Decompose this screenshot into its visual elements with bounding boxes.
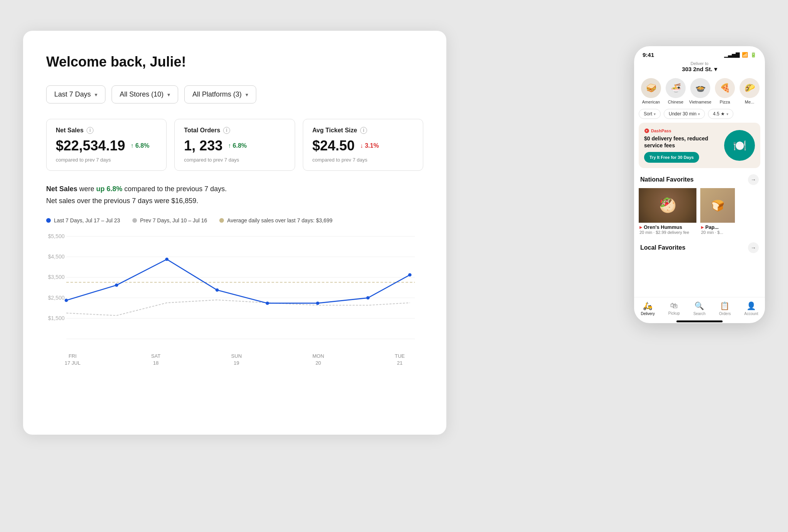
dashpass-cta-button[interactable]: Try It Free for 30 Days [644,152,699,163]
vietnamese-icon: 🍲 [690,78,710,98]
chart-legend: Last 7 Days, Jul 17 – Jul 23 Prev 7 Days… [46,217,423,223]
svg-point-15 [215,289,219,292]
net-sales-compare: compared to prev 7 days [56,157,157,163]
dashpass-logo: DashPass [644,128,724,133]
battery-icon: 🔋 [750,52,756,58]
total-orders-label: Total Orders i [184,127,285,134]
svg-text:$2,500: $2,500 [48,295,65,301]
net-sales-card: Net Sales i $22,534.19 ↑ 6.8% compared t… [46,119,167,171]
restaurant-row: 🥙 ▶ Oren's Hummus 20 min · $2.99 deliver… [634,188,765,240]
dashpass-logo-icon [644,128,649,133]
filters-row: Last 7 Days ▾ All Stores (10) ▾ All Plat… [46,85,423,103]
svg-point-12 [65,299,68,302]
category-chinese[interactable]: 🍜 Chinese [663,78,688,104]
stores-filter[interactable]: All Stores (10) ▾ [112,85,178,103]
address-line[interactable]: 303 2nd St. ▾ [634,66,765,73]
legend-dot-tan [219,218,224,223]
sort-pill[interactable]: Sort ▾ [639,109,661,119]
dashboard-card: Welcome back, Julie! Last 7 Days ▾ All S… [23,31,446,435]
platforms-filter-chevron: ▾ [245,92,248,98]
nav-pickup[interactable]: 🛍 Pickup [668,301,680,316]
search-icon: 🔍 [695,301,704,310]
rating-pill[interactable]: 4.5 ★ ▾ [708,109,733,119]
net-sales-label: Net Sales i [56,127,157,134]
svg-point-18 [366,296,370,300]
hummus-sub: 20 min · $2.99 delivery fee [639,230,696,235]
svg-point-16 [266,302,269,305]
hummus-image: 🥙 [639,188,696,223]
status-time: 9:41 [643,52,654,58]
category-more[interactable]: 🌮 Me... [737,78,762,104]
svg-text:$4,500: $4,500 [48,253,65,260]
dashpass-badge-sm2: ▶ [701,225,704,229]
rating-chevron: ▾ [726,112,728,116]
status-icons: ▁▃▅▇ 📶 🔋 [724,52,756,58]
platforms-filter[interactable]: All Platforms (3) ▾ [184,85,256,103]
american-icon: 🥪 [641,78,661,98]
national-favorites-title: National Favorites [640,176,694,183]
svg-text:$3,500: $3,500 [48,274,65,280]
dashpass-badge-sm: ▶ [639,225,642,229]
pickup-icon: 🛍 [670,301,678,310]
svg-point-14 [165,258,169,261]
total-orders-info-icon[interactable]: i [223,127,230,134]
total-orders-compare: compared to prev 7 days [184,157,285,163]
legend-prev: Prev 7 Days, Jul 10 – Jul 16 [132,217,207,223]
svg-point-17 [316,302,319,305]
summary-text: Net Sales were up 6.8% compared to the p… [46,183,423,207]
more-icon: 🌮 [740,78,760,98]
stores-filter-chevron: ▾ [167,92,170,98]
dashpass-image: 🍽️ [724,130,755,161]
filter-pills: Sort ▾ Under 30 min ▾ 4.5 ★ ▾ [634,107,765,123]
time-filter-label: Last 7 Days [54,90,91,98]
x-label-mon: MON20 [312,353,324,367]
total-orders-change: ↑ 6.8% [228,142,247,149]
x-label-fri: FRI17 JUL [65,353,80,367]
legend-dot-blue [46,218,51,223]
metrics-row: Net Sales i $22,534.19 ↑ 6.8% compared t… [46,119,423,171]
x-label-tue: TUE21 [395,353,405,367]
x-label-sat: SAT18 [151,353,160,367]
avg-ticket-label: Avg Ticket Size i [312,127,414,134]
restaurant-card-pap[interactable]: 🍞 ▶ Pap... 20 min · $... [700,188,735,236]
avg-ticket-info-icon[interactable]: i [360,127,367,134]
address-bar: Deliver to 303 2nd St. ▾ [634,60,765,76]
chinese-icon: 🍜 [666,78,686,98]
wifi-icon: 📶 [742,52,748,58]
time-filter[interactable]: Last 7 Days ▾ [46,85,105,103]
svg-text:$5,500: $5,500 [48,233,65,239]
sort-chevron: ▾ [654,112,656,116]
svg-text:$1,500: $1,500 [48,315,65,321]
net-sales-change: ↑ 6.8% [130,142,149,149]
nav-search[interactable]: 🔍 Search [693,301,706,316]
mobile-app-card: 9:41 ▁▃▅▇ 📶 🔋 Deliver to 303 2nd St. ▾ 🥪… [634,46,765,323]
x-label-sun: SUN19 [231,353,242,367]
national-favorites-header: National Favorites → [634,172,765,188]
national-favorites-arrow[interactable]: → [748,174,759,185]
chart-svg: $5,500 $4,500 $3,500 $2,500 $1,500 [46,228,423,351]
restaurant-card-hummus[interactable]: 🥙 ▶ Oren's Hummus 20 min · $2.99 deliver… [639,188,696,236]
net-sales-info-icon[interactable]: i [87,127,93,134]
home-indicator [676,320,723,322]
net-sales-value: $22,534.19 [56,138,125,154]
legend-avg: Average daily sales over last 7 days: $3… [219,217,332,223]
category-pizza[interactable]: 🍕 Pizza [713,78,737,104]
total-orders-card: Total Orders i 1, 233 ↑ 6.8% compared to… [174,119,295,171]
time-pill[interactable]: Under 30 min ▾ [664,109,705,119]
dashpass-banner: DashPass $0 delivery fees, reduced servi… [639,123,760,168]
nav-orders[interactable]: 📋 Orders [719,301,731,316]
avg-ticket-change: ↓ 3.1% [360,142,379,149]
nav-delivery[interactable]: 🛵 Delivery [641,301,655,316]
category-american[interactable]: 🥪 American [639,78,663,104]
nav-account[interactable]: 👤 Account [744,301,758,316]
local-favorites-arrow[interactable]: → [748,242,759,253]
category-vietnamese[interactable]: 🍲 Vietnamese [688,78,713,104]
bottom-nav: 🛵 Delivery 🛍 Pickup 🔍 Search 📋 Orders 👤 … [634,297,765,318]
svg-point-13 [115,284,119,287]
stores-filter-label: All Stores (10) [120,90,164,98]
avg-ticket-value: $24.50 [312,138,355,154]
legend-current: Last 7 Days, Jul 17 – Jul 23 [46,217,120,223]
deliver-label: Deliver to [634,61,765,66]
food-categories: 🥪 American 🍜 Chinese 🍲 Vietnamese 🍕 Pizz… [634,76,765,107]
local-favorites-title: Local Favorites [640,244,685,251]
